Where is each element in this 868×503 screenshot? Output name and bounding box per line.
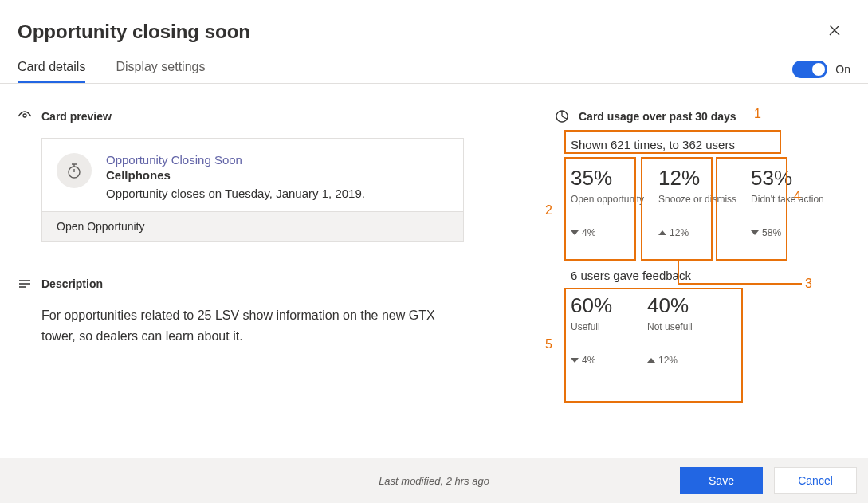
- stat-pct: 35%: [571, 166, 644, 191]
- enabled-toggle[interactable]: [792, 61, 827, 78]
- stat-snooze-dismiss: 12% Snooze or dismiss 12%: [658, 166, 736, 238]
- text-lines-icon: [18, 277, 32, 291]
- stat-label: Open opportunity: [571, 194, 644, 216]
- trend-down-icon: [571, 230, 579, 235]
- preview-card-title: Opportunity Closing Soon: [106, 153, 365, 167]
- card-preview: Opportunity Closing Soon Cellphones Oppo…: [41, 138, 464, 242]
- description-heading: Description: [41, 277, 103, 290]
- stat-open-opportunity: 35% Open opportunity 4%: [571, 166, 644, 238]
- stat-pct: 60%: [571, 293, 633, 318]
- stat-label: Snooze or dismiss: [658, 194, 736, 216]
- trend-down-icon: [751, 230, 759, 235]
- footer: Last modified, 2 hrs ago Save Cancel: [0, 458, 868, 503]
- stat-pct: 53%: [751, 166, 824, 191]
- pie-chart-icon: [555, 109, 569, 124]
- eye-icon: [18, 109, 32, 124]
- annotation-number: 2: [545, 203, 552, 218]
- stat-delta: 58%: [762, 227, 781, 238]
- preview-card-action[interactable]: Open Opportunity: [42, 211, 463, 241]
- close-icon: [828, 22, 841, 40]
- stopwatch-icon: [57, 153, 92, 188]
- stat-useful: 60% Usefull 4%: [571, 293, 633, 366]
- trend-up-icon: [647, 358, 655, 363]
- stat-delta: 4%: [582, 355, 595, 366]
- usage-summary: Shown 621 times, to 362 users: [571, 138, 850, 151]
- stat-label: Didn't take action: [751, 194, 824, 216]
- preview-card-subtitle: Cellphones: [106, 168, 365, 182]
- stat-not-useful: 40% Not usefull 12%: [647, 293, 727, 366]
- tabs: Card details Display settings: [18, 60, 205, 83]
- stat-label: Not usefull: [647, 321, 727, 344]
- feedback-title: 6 users gave feedback: [571, 269, 850, 282]
- stat-delta: 4%: [582, 227, 595, 238]
- enabled-toggle-label: On: [835, 63, 850, 76]
- stat-pct: 40%: [647, 293, 727, 318]
- trend-up-icon: [658, 230, 666, 235]
- trend-down-icon: [571, 358, 579, 363]
- preview-card-body: Opportunity closes on Tuesday, January 1…: [106, 187, 365, 200]
- stat-no-action: 53% Didn't take action 58%: [751, 166, 824, 238]
- cancel-button[interactable]: Cancel: [774, 467, 857, 494]
- page-title: Opportunity closing soon: [18, 21, 250, 43]
- svg-point-0: [23, 114, 26, 117]
- description-body: For opportunities related to 25 LSV show…: [41, 305, 464, 346]
- feedback-block: 6 users gave feedback 60% Usefull 4% 40%…: [571, 269, 850, 366]
- usage-stats: 35% Open opportunity 4% 12% Snooze or di…: [571, 166, 850, 238]
- stat-delta: 12%: [670, 227, 689, 238]
- close-button[interactable]: [822, 19, 847, 44]
- last-modified: Last modified, 2 hrs ago: [379, 475, 489, 487]
- annotation-number: 5: [545, 337, 552, 352]
- tab-display-settings[interactable]: Display settings: [116, 60, 205, 83]
- stat-label: Usefull: [571, 321, 633, 344]
- save-button[interactable]: Save: [680, 467, 763, 494]
- stat-delta: 12%: [658, 355, 678, 366]
- tab-card-details[interactable]: Card details: [18, 60, 85, 83]
- card-usage-heading: Card usage over past 30 days: [579, 110, 736, 123]
- card-preview-heading: Card preview: [41, 110, 112, 123]
- stat-pct: 12%: [658, 166, 736, 191]
